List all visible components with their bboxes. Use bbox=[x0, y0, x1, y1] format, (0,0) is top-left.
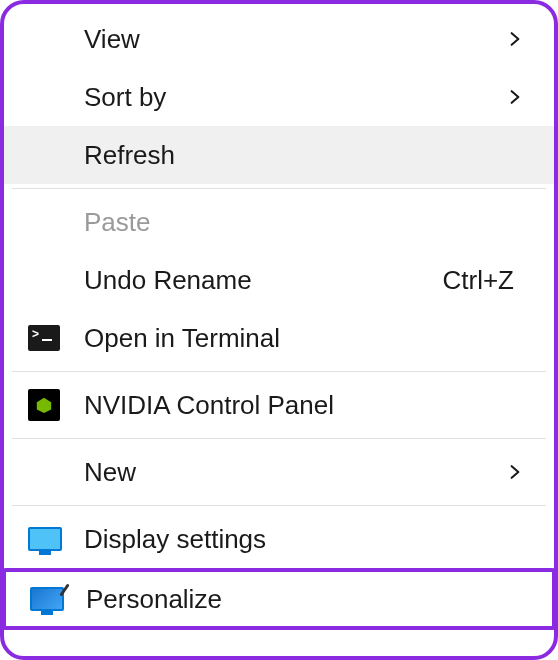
icon-slot bbox=[22, 389, 84, 421]
menu-label: Display settings bbox=[84, 524, 526, 555]
menu-item-open-terminal[interactable]: Open in Terminal bbox=[4, 309, 554, 367]
menu-item-undo-rename[interactable]: Undo Rename Ctrl+Z bbox=[4, 251, 554, 309]
icon-slot bbox=[22, 322, 84, 354]
menu-item-nvidia-control-panel[interactable]: NVIDIA Control Panel bbox=[4, 376, 554, 434]
menu-item-view[interactable]: View bbox=[4, 10, 554, 68]
menu-label: Paste bbox=[84, 207, 526, 238]
menu-item-sort-by[interactable]: Sort by bbox=[4, 68, 554, 126]
personalize-icon bbox=[30, 587, 64, 611]
menu-label: New bbox=[84, 457, 504, 488]
menu-item-paste: Paste bbox=[4, 193, 554, 251]
icon-slot bbox=[22, 23, 84, 55]
icon-slot bbox=[22, 264, 84, 296]
menu-shortcut: Ctrl+Z bbox=[443, 265, 515, 296]
menu-label: NVIDIA Control Panel bbox=[84, 390, 526, 421]
icon-slot bbox=[22, 206, 84, 238]
menu-separator bbox=[12, 438, 546, 439]
menu-label: Sort by bbox=[84, 82, 504, 113]
chevron-right-icon bbox=[504, 86, 526, 108]
icon-slot bbox=[22, 81, 84, 113]
icon-slot bbox=[22, 139, 84, 171]
menu-label: Personalize bbox=[86, 584, 524, 615]
menu-separator bbox=[12, 188, 546, 189]
menu-item-new[interactable]: New bbox=[4, 443, 554, 501]
chevron-right-icon bbox=[504, 28, 526, 50]
menu-label: View bbox=[84, 24, 504, 55]
menu-item-display-settings[interactable]: Display settings bbox=[4, 510, 554, 568]
icon-slot bbox=[22, 456, 84, 488]
chevron-right-icon bbox=[504, 461, 526, 483]
terminal-icon bbox=[28, 325, 60, 351]
icon-slot bbox=[24, 583, 86, 615]
desktop-context-menu: View Sort by Refresh Paste Undo Rename C… bbox=[0, 0, 558, 660]
menu-label: Undo Rename bbox=[84, 265, 443, 296]
display-icon bbox=[28, 527, 62, 551]
icon-slot bbox=[22, 523, 84, 555]
menu-item-refresh[interactable]: Refresh bbox=[4, 126, 554, 184]
menu-separator bbox=[12, 371, 546, 372]
menu-label: Refresh bbox=[84, 140, 526, 171]
nvidia-icon bbox=[28, 389, 60, 421]
menu-item-personalize[interactable]: Personalize bbox=[2, 568, 556, 630]
menu-separator bbox=[12, 505, 546, 506]
menu-label: Open in Terminal bbox=[84, 323, 526, 354]
